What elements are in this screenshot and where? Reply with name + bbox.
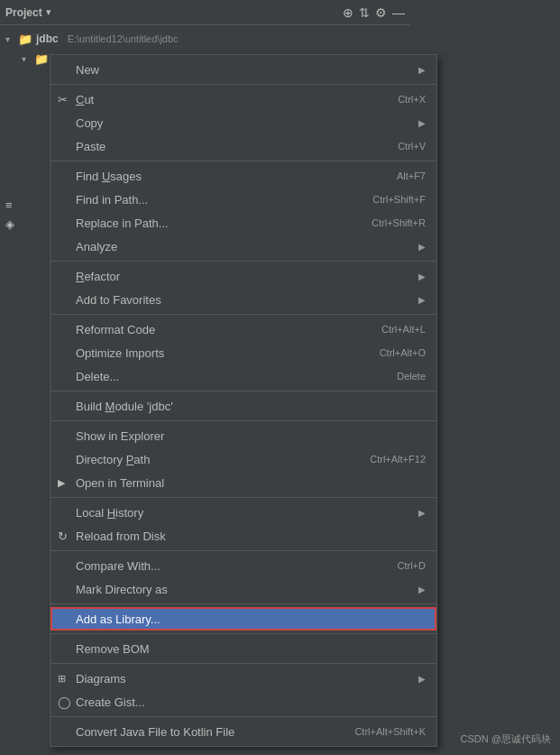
menu-item-add-favorites[interactable]: Add to Favorites ▶ [50, 288, 436, 311]
menu-item-convert-java[interactable]: Convert Java File to Kotlin File Ctrl+Al… [50, 720, 436, 743]
menu-item-remove-bom[interactable]: Remove BOM [50, 637, 436, 660]
menu-label-local-history: Local History [76, 506, 418, 520]
diagrams-icon: ⊞ [58, 673, 66, 685]
menu-label-add-favorites: Add to Favorites [76, 293, 418, 307]
menu-label-find-in-path: Find in Path... [76, 193, 354, 207]
separator-7 [50, 497, 436, 498]
settings-icon[interactable]: ⚙ [375, 5, 387, 20]
menu-shortcut-compare-with: Ctrl+D [380, 560, 426, 571]
menu-shortcut-find-in-path: Ctrl+Shift+F [354, 194, 426, 205]
cut-icon: ✂ [58, 93, 68, 106]
side-panel-icons: ≡ ◈ [5, 198, 14, 231]
menu-shortcut-optimize-imports: Ctrl+Alt+O [362, 347, 426, 358]
watermark: CSDN @思诚代码块 [461, 732, 551, 746]
dropdown-icon[interactable]: ▾ [46, 6, 51, 18]
menu-item-copy[interactable]: Copy ▶ [50, 111, 436, 134]
menu-label-reload-disk: Reload from Disk [76, 529, 426, 543]
add-icon[interactable]: ⊕ [343, 5, 353, 20]
menu-shortcut-find-usages: Alt+F7 [379, 170, 426, 181]
header-icons: ⊕ ⇅ ⚙ — [343, 5, 405, 20]
separator-12 [50, 716, 436, 717]
tree-label-jdbc: jdbc [36, 32, 59, 45]
menu-label-show-explorer: Show in Explorer [76, 429, 426, 443]
services-icon[interactable]: ◈ [5, 217, 14, 231]
menu-arrow-analyze: ▶ [418, 242, 426, 252]
menu-label-refactor: Refactor [76, 270, 418, 283]
menu-item-directory-path[interactable]: Directory Path Ctrl+Alt+F12 [50, 447, 436, 471]
menu-shortcut-convert-java: Ctrl+Alt+Shift+K [336, 726, 426, 737]
menu-shortcut-directory-path: Ctrl+Alt+F12 [352, 454, 426, 465]
menu-item-mark-directory[interactable]: Mark Directory as ▶ [50, 577, 436, 601]
tree-path-jdbc: E:\untitled12\untitled\jdbc [68, 33, 179, 44]
project-panel-title: Project [5, 6, 42, 19]
menu-item-analyze[interactable]: Analyze ▶ [50, 235, 436, 258]
menu-shortcut-paste: Ctrl+V [380, 141, 426, 152]
tree-arrow-idea: ▾ [22, 54, 31, 64]
menu-item-local-history[interactable]: Local History ▶ [50, 501, 436, 524]
menu-item-paste[interactable]: Paste Ctrl+V [50, 134, 436, 158]
minimize-icon[interactable]: — [392, 5, 405, 20]
menu-label-optimize-imports: Optimize Imports [76, 346, 362, 360]
terminal-icon: ▶ [58, 477, 65, 489]
separator-4 [50, 314, 436, 315]
separator-1 [50, 84, 436, 85]
menu-item-refactor[interactable]: Refactor ▶ [50, 264, 436, 288]
sort-icon[interactable]: ⇅ [359, 5, 370, 20]
menu-label-directory-path: Directory Path [76, 453, 352, 466]
menu-label-find-usages: Find Usages [76, 170, 379, 183]
folder-icon-jdbc: 📁 [18, 32, 32, 46]
menu-item-replace-in-path[interactable]: Replace in Path... Ctrl+Shift+R [50, 211, 436, 235]
menu-arrow-mark-directory: ▶ [418, 585, 426, 594]
menu-shortcut-reformat: Ctrl+Alt+L [363, 324, 426, 335]
menu-label-cut: Cut [76, 93, 380, 106]
menu-label-remove-bom: Remove BOM [76, 642, 426, 656]
menu-label-copy: Copy [76, 116, 418, 130]
menu-item-delete[interactable]: Delete... Delete [50, 364, 436, 388]
menu-label-build-module: Build Module 'jdbc' [76, 400, 426, 413]
menu-item-build-module[interactable]: Build Module 'jdbc' [50, 394, 436, 418]
menu-item-find-in-path[interactable]: Find in Path... Ctrl+Shift+F [50, 188, 436, 211]
menu-item-diagrams[interactable]: ⊞ Diagrams ▶ [50, 667, 436, 690]
menu-item-add-library[interactable]: Add as Library... [50, 607, 436, 631]
menu-item-cut[interactable]: ✂ Cut Ctrl+X [50, 87, 436, 111]
menu-item-optimize-imports[interactable]: Optimize Imports Ctrl+Alt+O [50, 341, 436, 364]
structure-icon[interactable]: ≡ [5, 198, 14, 212]
menu-label-replace-in-path: Replace in Path... [76, 216, 353, 230]
menu-item-reformat[interactable]: Reformat Code Ctrl+Alt+L [50, 318, 436, 341]
context-menu: New ▶ ✂ Cut Ctrl+X Copy ▶ Paste Ctrl+V F… [50, 54, 437, 747]
menu-label-add-library: Add as Library... [76, 612, 426, 626]
separator-2 [50, 161, 436, 161]
menu-label-open-terminal: Open in Terminal [76, 476, 426, 490]
menu-label-convert-java: Convert Java File to Kotlin File [76, 725, 336, 739]
menu-label-delete: Delete... [76, 370, 379, 383]
menu-item-show-explorer[interactable]: Show in Explorer [50, 424, 436, 447]
menu-label-mark-directory: Mark Directory as [76, 583, 418, 596]
menu-label-create-gist: Create Gist... [76, 695, 426, 709]
menu-label-paste: Paste [76, 140, 380, 153]
separator-9 [50, 603, 436, 604]
menu-label-compare-with: Compare With... [76, 559, 380, 573]
tree-item-jdbc[interactable]: ▾ 📁 jdbc E:\untitled12\untitled\jdbc [0, 29, 410, 49]
menu-arrow-new: ▶ [418, 65, 426, 75]
menu-arrow-local-history: ▶ [418, 508, 426, 518]
gist-icon: ◯ [58, 695, 71, 709]
menu-arrow-add-favorites: ▶ [418, 295, 426, 305]
menu-item-new[interactable]: New ▶ [50, 58, 436, 81]
menu-label-diagrams: Diagrams [76, 672, 418, 686]
menu-label-reformat: Reformat Code [76, 323, 363, 336]
menu-item-create-gist[interactable]: ◯ Create Gist... [50, 690, 436, 714]
menu-item-reload-disk[interactable]: ↻ Reload from Disk [50, 524, 436, 548]
menu-shortcut-replace-in-path: Ctrl+Shift+R [353, 217, 426, 228]
menu-item-open-terminal[interactable]: ▶ Open in Terminal [50, 471, 436, 494]
separator-8 [50, 550, 436, 551]
menu-item-find-usages[interactable]: Find Usages Alt+F7 [50, 164, 436, 188]
tree-arrow-jdbc: ▾ [5, 34, 14, 44]
menu-item-compare-with[interactable]: Compare With... Ctrl+D [50, 554, 436, 577]
separator-10 [50, 633, 436, 634]
menu-label-new: New [76, 63, 418, 77]
folder-icon-idea: 📁 [34, 52, 49, 66]
separator-3 [50, 261, 436, 262]
menu-arrow-copy: ▶ [418, 118, 426, 128]
watermark-text: CSDN @思诚代码块 [461, 733, 551, 744]
reload-icon: ↻ [58, 529, 68, 543]
